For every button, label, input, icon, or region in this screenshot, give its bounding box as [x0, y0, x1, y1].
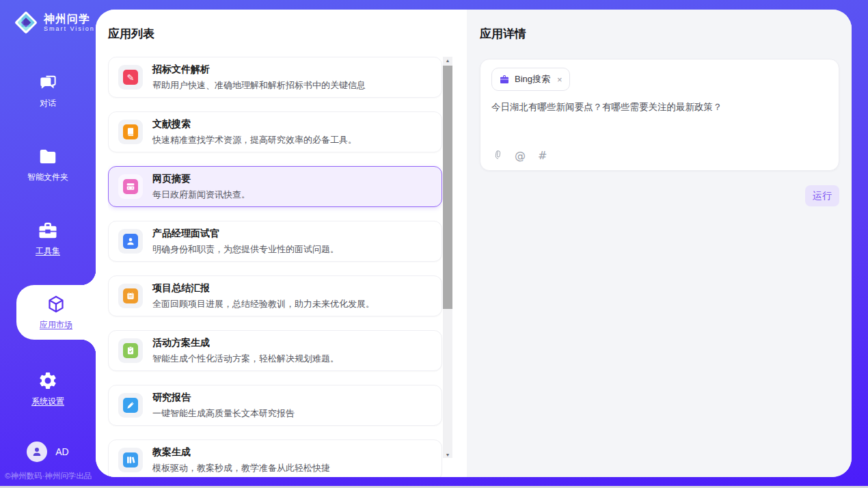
card-text: 招标文件解析 帮助用户快速、准确地理解和解析招标书中的关键信息 [152, 64, 366, 92]
sidebar-item-label: 对话 [40, 98, 56, 109]
doc-edit-icon: ✎ [123, 70, 138, 85]
app-icon-tile [118, 338, 143, 363]
app-list-panel: 应用列表 ✎ 招标文件解析 帮助用户快速、准确地理解和解析招标书中的关键信息 [96, 10, 467, 477]
calendar-icon [123, 288, 138, 303]
sidebar-item-settings[interactable]: 系统设置 [0, 364, 96, 414]
card-text: 活动方案生成 智能生成个性化活动方案，轻松解决规划难题。 [152, 337, 339, 365]
sidebar-item-chat[interactable]: 对话 [0, 66, 96, 116]
pen-icon [123, 398, 138, 413]
sidebar-item-app-market[interactable]: 应用市场 [16, 285, 96, 340]
sidebar-item-label: 应用市场 [40, 319, 72, 331]
brand-text: 神州问学 Smart Vision [44, 13, 95, 32]
sidebar-item-smart-folders[interactable]: 智能文件夹 [0, 140, 96, 189]
cube-icon [46, 294, 66, 314]
app-desc: 智能生成个性化活动方案，轻松解决规划难题。 [152, 353, 339, 365]
run-button[interactable]: 运行 [805, 185, 839, 206]
chip-close-icon[interactable]: × [557, 74, 562, 85]
app-detail-title: 应用详情 [480, 26, 839, 42]
app-icon-tile [118, 174, 143, 199]
list-scrollbar[interactable]: ▲ ▼ [443, 57, 452, 458]
sidebar-item-toolset[interactable]: 工具集 [0, 214, 96, 263]
sidebar-nav: 对话 智能文件夹 工具集 应用市场 系统设置 [0, 66, 96, 438]
card-text: 研究报告 一键智能生成高质量长文本研究报告 [152, 392, 295, 420]
app-desc: 帮助用户快速、准确地理解和解析招标书中的关键信息 [152, 79, 366, 92]
briefcase-icon [499, 74, 510, 85]
mention-icon[interactable]: @ [515, 149, 526, 162]
scroll-down-icon[interactable]: ▼ [443, 450, 452, 459]
app-icon-tile [118, 448, 143, 472]
book-icon [123, 124, 138, 139]
hash-icon[interactable]: # [538, 149, 547, 162]
scrollbar-thumb[interactable] [443, 66, 452, 309]
app-card-project-summary[interactable]: 项目总结汇报 全面回顾项目进展，总结经验教训，助力未来优化发展。 [108, 275, 442, 316]
composer-toolbar: @ # [492, 149, 547, 162]
app-icon-tile [118, 229, 143, 254]
app-card-research-report[interactable]: 研究报告 一键智能生成高质量长文本研究报告 [108, 385, 442, 426]
card-text: 教案生成 模板驱动，教案秒成，教学准备从此轻松快捷 [152, 446, 330, 474]
tool-chip-bing-search[interactable]: Bing搜索 × [491, 68, 570, 91]
app-icon-tile [118, 284, 143, 308]
app-name: 产品经理面试官 [152, 228, 339, 240]
folder-icon [38, 146, 58, 167]
app-card-pm-interviewer[interactable]: 产品经理面试官 明确身份和职责，为您提供专业性的面试问题。 [108, 221, 442, 262]
app-name: 项目总结汇报 [152, 282, 375, 295]
app-card-literature-search[interactable]: 文献搜索 快速精准查找学术资源，提高研究效率的必备工具。 [108, 111, 442, 152]
app-card-event-plan[interactable]: 活动方案生成 智能生成个性化活动方案，轻松解决规划难题。 [108, 330, 442, 371]
app-desc: 快速精准查找学术资源，提高研究效率的必备工具。 [152, 134, 357, 146]
app-name: 招标文件解析 [152, 64, 366, 76]
app-name: 网页摘要 [152, 173, 250, 185]
books-icon [123, 452, 138, 467]
app-icon-tile: ✎ [118, 65, 143, 90]
app-name: 研究报告 [152, 392, 295, 404]
chat-icon [38, 72, 58, 93]
app-card-web-summary[interactable]: 网页摘要 每日政府新闻资讯快查。 [108, 166, 442, 207]
copyright-footer: ©神州数码·神州问学出品 [5, 471, 92, 481]
browser-code-icon [123, 179, 138, 194]
composer-card[interactable]: Bing搜索 × 今日湖北有哪些新闻要点？有哪些需要关注的最新政策？ @ # [480, 59, 839, 171]
app-card-bid-doc-parse[interactable]: ✎ 招标文件解析 帮助用户快速、准确地理解和解析招标书中的关键信息 [108, 57, 442, 98]
app-desc: 每日政府新闻资讯快查。 [152, 189, 250, 201]
scroll-up-icon[interactable]: ▲ [443, 55, 452, 65]
app-desc: 一键智能生成高质量长文本研究报告 [152, 407, 295, 420]
app-icon-tile [118, 120, 143, 144]
user-account[interactable]: AD [0, 442, 96, 462]
brand: 神州问学 Smart Vision [0, 0, 96, 35]
person-icon [31, 446, 43, 458]
brand-logo-icon [14, 10, 38, 35]
clipboard-check-icon [123, 343, 138, 358]
app-name: 活动方案生成 [152, 337, 339, 349]
card-text: 文献搜索 快速精准查找学术资源，提高研究效率的必备工具。 [152, 118, 357, 146]
tool-chip-label: Bing搜索 [515, 73, 550, 85]
user-name: AD [55, 446, 68, 457]
card-text: 项目总结汇报 全面回顾项目进展，总结经验教训，助力未来优化发展。 [152, 282, 375, 310]
sidebar: 神州问学 Smart Vision 对话 智能文件夹 工具集 [0, 0, 96, 488]
gear-icon [38, 370, 58, 391]
app-desc: 模板驱动，教案秒成，教学准备从此轻松快捷 [152, 462, 330, 474]
sidebar-item-label: 系统设置 [31, 396, 64, 407]
query-text[interactable]: 今日湖北有哪些新闻要点？有哪些需要关注的最新政策？ [491, 101, 828, 113]
app-icon-tile [118, 393, 143, 418]
app-name: 教案生成 [152, 446, 330, 459]
card-text: 网页摘要 每日政府新闻资讯快查。 [152, 173, 250, 201]
app-desc: 全面回顾项目进展，总结经验教训，助力未来优化发展。 [152, 298, 375, 310]
app-card-list: ✎ 招标文件解析 帮助用户快速、准确地理解和解析招标书中的关键信息 文献搜索 快… [108, 57, 442, 477]
interviewer-icon [123, 234, 138, 249]
app-name: 文献搜索 [152, 118, 357, 131]
app-desc: 明确身份和职责，为您提供专业性的面试问题。 [152, 243, 339, 256]
app-card-lesson-plan[interactable]: 教案生成 模板驱动，教案秒成，教学准备从此轻松快捷 [108, 439, 442, 477]
app-list-title: 应用列表 [108, 26, 154, 42]
sidebar-item-label: 智能文件夹 [27, 172, 68, 183]
brand-subtitle: Smart Vision [44, 25, 95, 32]
main-panel: 应用列表 ✎ 招标文件解析 帮助用户快速、准确地理解和解析招标书中的关键信息 [96, 10, 852, 477]
avatar [27, 442, 47, 462]
attachment-icon[interactable] [492, 150, 502, 161]
sidebar-item-label: 工具集 [36, 245, 60, 257]
brand-name: 神州问学 [44, 13, 95, 25]
card-text: 产品经理面试官 明确身份和职责，为您提供专业性的面试问题。 [152, 228, 339, 256]
app-detail-panel: 应用详情 Bing搜索 × 今日湖北有哪些新闻要点？有哪些需要关注的最新政策？ … [467, 10, 852, 477]
toolbox-icon [38, 220, 58, 241]
